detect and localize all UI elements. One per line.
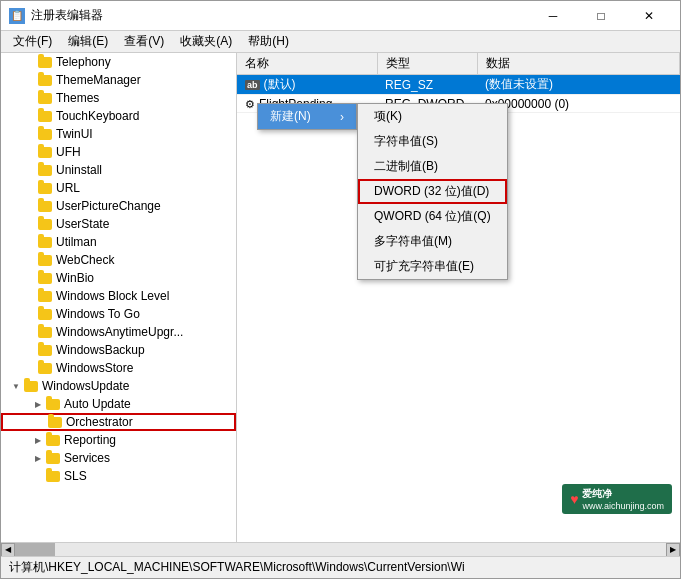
tree-label: Auto Update bbox=[64, 397, 131, 411]
menu-help[interactable]: 帮助(H) bbox=[240, 31, 297, 52]
tree-label: Uninstall bbox=[56, 163, 102, 177]
scroll-track bbox=[15, 543, 666, 556]
app-icon: 📋 bbox=[9, 8, 25, 24]
tree-item-ufh[interactable]: UFH bbox=[1, 143, 236, 161]
horizontal-scrollbar[interactable]: ◀ ▶ bbox=[1, 542, 680, 556]
folder-icon bbox=[37, 235, 53, 249]
minimize-button[interactable]: ─ bbox=[530, 1, 576, 31]
expand-arrow bbox=[23, 217, 37, 231]
expand-arrow: ▶ bbox=[31, 451, 45, 465]
tree-label: WindowsAnytimeUpgr... bbox=[56, 325, 183, 339]
expand-arrow: ▼ bbox=[9, 379, 23, 393]
watermark: ♥ 爱纯净 www.aichunjing.com bbox=[562, 484, 672, 514]
tree-item-winbio[interactable]: WinBio bbox=[1, 269, 236, 287]
tree-label: Themes bbox=[56, 91, 99, 105]
tree-item-orchestrator[interactable]: Orchestrator bbox=[1, 413, 236, 431]
tree-item-utilman[interactable]: Utilman bbox=[1, 233, 236, 251]
menu-favorites[interactable]: 收藏夹(A) bbox=[172, 31, 240, 52]
expand-arrow bbox=[23, 73, 37, 87]
tree-item-userpicturechange[interactable]: UserPictureChange bbox=[1, 197, 236, 215]
folder-icon bbox=[37, 199, 53, 213]
folder-icon bbox=[37, 127, 53, 141]
tree-item-windowsupdate[interactable]: ▼ WindowsUpdate bbox=[1, 377, 236, 395]
main-area: Telephony ThemeManager Themes TouchKeybo… bbox=[1, 53, 680, 542]
close-button[interactable]: ✕ bbox=[626, 1, 672, 31]
tree-item-autoupdate[interactable]: ▶ Auto Update bbox=[1, 395, 236, 413]
tree-label: UFH bbox=[56, 145, 81, 159]
right-panel: 名称 类型 数据 ab(默认) REG_SZ (数值未设置) bbox=[237, 53, 680, 542]
expand-arrow bbox=[23, 181, 37, 195]
tree-label: TwinUI bbox=[56, 127, 93, 141]
tree-label: WinBio bbox=[56, 271, 94, 285]
tree-label: URL bbox=[56, 181, 80, 195]
submenu-item-binary[interactable]: 二进制值(B) bbox=[358, 154, 507, 179]
folder-icon bbox=[45, 451, 61, 465]
context-menu: 新建(N) › bbox=[257, 103, 357, 130]
folder-icon bbox=[37, 343, 53, 357]
expand-arrow bbox=[23, 253, 37, 267]
status-text: 计算机\HKEY_LOCAL_MACHINE\SOFTWARE\Microsof… bbox=[9, 559, 465, 576]
submenu-item-multistring[interactable]: 多字符串值(M) bbox=[358, 229, 507, 254]
menu-bar: 文件(F) 编辑(E) 查看(V) 收藏夹(A) 帮助(H) bbox=[1, 31, 680, 53]
tree-item-uninstall[interactable]: Uninstall bbox=[1, 161, 236, 179]
folder-icon bbox=[37, 307, 53, 321]
maximize-button[interactable]: □ bbox=[578, 1, 624, 31]
scroll-thumb[interactable] bbox=[15, 543, 55, 556]
submenu-arrow: › bbox=[340, 110, 344, 124]
context-menu-overlay: 新建(N) › 项(K) 字符串值(S) 二进制值(B) DWORD (32 位… bbox=[257, 103, 508, 280]
submenu-item-dword[interactable]: DWORD (32 位)值(D) bbox=[358, 179, 507, 204]
tree-item-themes[interactable]: Themes bbox=[1, 89, 236, 107]
tree-item-touchkeyboard[interactable]: TouchKeyboard bbox=[1, 107, 236, 125]
menu-edit[interactable]: 编辑(E) bbox=[60, 31, 116, 52]
tree-item-windowsbackup[interactable]: WindowsBackup bbox=[1, 341, 236, 359]
folder-icon bbox=[37, 217, 53, 231]
ab-icon: ab bbox=[245, 80, 260, 90]
tree-label: ThemeManager bbox=[56, 73, 141, 87]
table-row[interactable]: ab(默认) REG_SZ (数值未设置) bbox=[237, 75, 680, 95]
tree-item-windowsblocklevel[interactable]: Windows Block Level bbox=[1, 287, 236, 305]
row-name: ab(默认) bbox=[237, 75, 377, 95]
scroll-left-button[interactable]: ◀ bbox=[1, 543, 15, 557]
expand-arrow bbox=[23, 343, 37, 357]
expand-arrow: ▶ bbox=[31, 433, 45, 447]
tree-item-windowsanytimeupgr[interactable]: WindowsAnytimeUpgr... bbox=[1, 323, 236, 341]
col-name: 名称 bbox=[237, 53, 377, 75]
submenu-item-qword[interactable]: QWORD (64 位)值(Q) bbox=[358, 204, 507, 229]
tree-item-services[interactable]: ▶ Services bbox=[1, 449, 236, 467]
tree-item-windowstogo[interactable]: Windows To Go bbox=[1, 305, 236, 323]
tree-panel[interactable]: Telephony ThemeManager Themes TouchKeybo… bbox=[1, 53, 237, 542]
new-button[interactable]: 新建(N) › bbox=[258, 104, 356, 129]
folder-icon bbox=[47, 415, 63, 429]
col-type: 类型 bbox=[377, 53, 477, 75]
folder-icon bbox=[45, 433, 61, 447]
tree-label: UserPictureChange bbox=[56, 199, 161, 213]
menu-file[interactable]: 文件(F) bbox=[5, 31, 60, 52]
expand-arrow bbox=[23, 271, 37, 285]
scroll-right-button[interactable]: ▶ bbox=[666, 543, 680, 557]
expand-arrow bbox=[23, 109, 37, 123]
tree-item-windowsstore[interactable]: WindowsStore bbox=[1, 359, 236, 377]
tree-item-thememanager[interactable]: ThemeManager bbox=[1, 71, 236, 89]
tree-label: Windows Block Level bbox=[56, 289, 169, 303]
tree-item-twinui[interactable]: TwinUI bbox=[1, 125, 236, 143]
submenu-item-expandstring[interactable]: 可扩充字符串值(E) bbox=[358, 254, 507, 279]
folder-icon bbox=[37, 55, 53, 69]
tree-label: WindowsStore bbox=[56, 361, 133, 375]
folder-icon bbox=[37, 361, 53, 375]
menu-view[interactable]: 查看(V) bbox=[116, 31, 172, 52]
tree-item-reporting[interactable]: ▶ Reporting bbox=[1, 431, 236, 449]
tree-item-userstate[interactable]: UserState bbox=[1, 215, 236, 233]
submenu-item-string[interactable]: 字符串值(S) bbox=[358, 129, 507, 154]
tree-item-webcheck[interactable]: WebCheck bbox=[1, 251, 236, 269]
gear-icon: ⚙ bbox=[245, 98, 255, 111]
expand-arrow bbox=[23, 55, 37, 69]
tree-item-telephony[interactable]: Telephony bbox=[1, 53, 236, 71]
tree-label: Windows To Go bbox=[56, 307, 140, 321]
tree-item-sls[interactable]: SLS bbox=[1, 467, 236, 485]
tree-item-url[interactable]: URL bbox=[1, 179, 236, 197]
folder-icon bbox=[37, 73, 53, 87]
submenu-item-xiang[interactable]: 项(K) bbox=[358, 104, 507, 129]
folder-icon bbox=[37, 91, 53, 105]
tree-label: Telephony bbox=[56, 55, 111, 69]
tree-label: SLS bbox=[64, 469, 87, 483]
